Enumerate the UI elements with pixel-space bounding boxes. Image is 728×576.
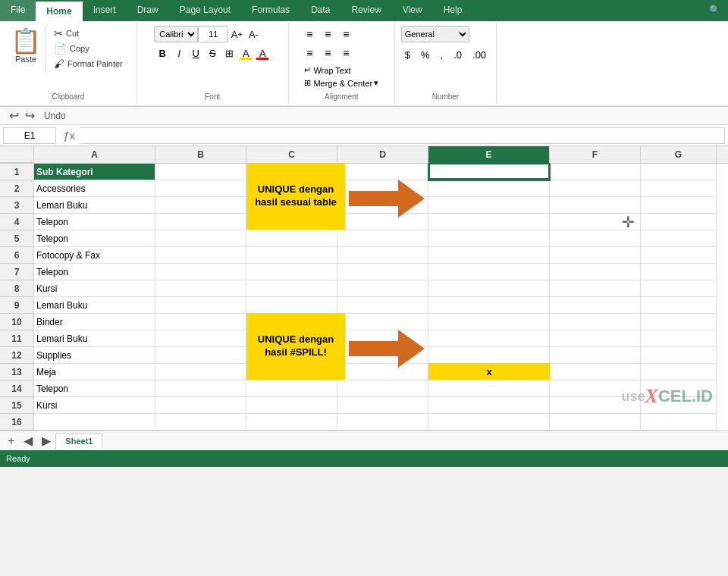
font-shrink-button[interactable]: A- xyxy=(245,26,262,42)
cell-g11[interactable] xyxy=(641,330,717,347)
cell-g9[interactable] xyxy=(641,297,717,314)
tab-view[interactable]: View xyxy=(392,0,433,21)
cell-a7[interactable]: Telepon xyxy=(34,264,155,280)
col-header-a[interactable]: A xyxy=(34,146,155,163)
cell-g5[interactable] xyxy=(641,230,717,247)
cell-e15[interactable] xyxy=(428,397,550,414)
x-cell-overlay[interactable]: x xyxy=(428,363,550,380)
cell-e5[interactable] xyxy=(428,230,550,247)
cell-a6[interactable]: Fotocopy & Fax xyxy=(34,247,155,264)
row-header-14[interactable]: 14 xyxy=(0,380,34,397)
tab-draw[interactable]: Draw xyxy=(127,0,169,21)
cell-b4[interactable] xyxy=(155,214,246,230)
cell-f2[interactable] xyxy=(550,180,641,197)
merge-dropdown-icon[interactable]: ▾ xyxy=(374,78,378,88)
cell-b7[interactable] xyxy=(155,264,246,280)
align-bottom-center-button[interactable]: ≡ xyxy=(319,45,336,61)
paste-button[interactable]: 📋 Paste xyxy=(6,26,46,71)
cell-f6[interactable] xyxy=(550,247,641,264)
cell-b9[interactable] xyxy=(155,297,246,314)
cell-d10[interactable] xyxy=(337,314,428,330)
wrap-text-button[interactable]: ↵ Wrap Text xyxy=(301,64,353,77)
cell-b10[interactable] xyxy=(155,314,246,330)
row-header-4[interactable]: 4 xyxy=(0,214,34,230)
cell-c5[interactable] xyxy=(246,230,337,247)
cell-b5[interactable] xyxy=(155,230,246,247)
col-header-c[interactable]: C xyxy=(246,146,337,163)
row-header-9[interactable]: 9 xyxy=(0,297,34,314)
dollar-button[interactable]: $ xyxy=(401,48,414,62)
col-header-b[interactable]: B xyxy=(155,146,246,163)
cell-c15[interactable] xyxy=(246,397,337,414)
fill-color-button[interactable]: A xyxy=(237,45,254,61)
cell-f10[interactable] xyxy=(550,314,641,330)
copy-button[interactable]: 📄 Copy xyxy=(49,41,127,56)
row-header-6[interactable]: 6 xyxy=(0,247,34,264)
tab-review[interactable]: Review xyxy=(340,0,391,21)
cell-g13[interactable] xyxy=(641,364,717,380)
number-format-select[interactable]: General xyxy=(401,26,469,42)
cell-a5[interactable]: Telepon xyxy=(34,230,155,247)
cell-a8[interactable]: Kursi xyxy=(34,280,155,297)
cell-e8[interactable] xyxy=(428,280,550,297)
cell-g4[interactable] xyxy=(641,214,717,230)
row-header-13[interactable]: 13 xyxy=(0,364,34,380)
cell-f13[interactable] xyxy=(550,364,641,380)
cell-d16[interactable] xyxy=(337,414,428,430)
cell-a14[interactable]: Telepon xyxy=(34,380,155,397)
tab-formulas[interactable]: Formulas xyxy=(241,0,300,21)
underline-button[interactable]: U xyxy=(187,45,204,61)
cell-b15[interactable] xyxy=(155,397,246,414)
cell-f16[interactable] xyxy=(550,414,641,430)
cell-b12[interactable] xyxy=(155,347,246,364)
cell-e10[interactable] xyxy=(428,314,550,330)
add-sheet-button[interactable]: + xyxy=(3,434,19,448)
row-header-15[interactable]: 15 xyxy=(0,397,34,414)
tab-help[interactable]: Help xyxy=(433,0,473,21)
bold-button[interactable]: B xyxy=(154,45,171,61)
cell-d6[interactable] xyxy=(337,247,428,264)
border-button[interactable]: ⊞ xyxy=(221,45,237,61)
row-header-3[interactable]: 3 xyxy=(0,197,34,214)
cell-f3[interactable] xyxy=(550,197,641,214)
cell-c9[interactable] xyxy=(246,297,337,314)
row-header-16[interactable]: 16 xyxy=(0,414,34,430)
sheet-tab-1[interactable]: Sheet1 xyxy=(55,433,102,449)
row-header-5[interactable]: 5 xyxy=(0,230,34,247)
cell-c16[interactable] xyxy=(246,414,337,430)
cell-f15[interactable] xyxy=(550,397,641,414)
cell-g1[interactable] xyxy=(641,164,717,180)
row-header-10[interactable]: 10 xyxy=(0,314,34,330)
cell-a11[interactable]: Lemari Buku xyxy=(34,330,155,347)
decrease-decimal-button[interactable]: .0 xyxy=(450,48,466,62)
cell-e2[interactable] xyxy=(428,180,550,197)
cell-e1[interactable] xyxy=(428,164,550,180)
col-header-e[interactable]: E xyxy=(428,146,550,163)
font-color-button[interactable]: A xyxy=(254,45,271,61)
align-top-center-button[interactable]: ≡ xyxy=(319,26,336,42)
cell-g7[interactable] xyxy=(641,264,717,280)
cell-g6[interactable] xyxy=(641,247,717,264)
cell-a10[interactable]: Binder xyxy=(34,314,155,330)
col-header-f[interactable]: F xyxy=(550,146,641,163)
cell-f5[interactable] xyxy=(550,230,641,247)
cell-a12[interactable]: Supplies xyxy=(34,347,155,364)
cell-g12[interactable] xyxy=(641,347,717,364)
row-header-7[interactable]: 7 xyxy=(0,264,34,280)
cell-b1[interactable] xyxy=(155,164,246,180)
cell-g3[interactable] xyxy=(641,197,717,214)
undo-button[interactable]: ↩ xyxy=(6,108,22,123)
strikethrough-button[interactable]: S xyxy=(204,45,221,61)
font-grow-button[interactable]: A+ xyxy=(228,26,245,42)
cell-g14[interactable] xyxy=(641,380,717,397)
cell-d9[interactable] xyxy=(337,297,428,314)
cell-e7[interactable] xyxy=(428,264,550,280)
row-header-8[interactable]: 8 xyxy=(0,280,34,297)
cell-a9[interactable]: Lemari Buku xyxy=(34,297,155,314)
tab-file[interactable]: File xyxy=(0,0,36,21)
cell-c6[interactable] xyxy=(246,247,337,264)
align-top-right-button[interactable]: ≡ xyxy=(337,26,354,42)
cell-g8[interactable] xyxy=(641,280,717,297)
cell-b16[interactable] xyxy=(155,414,246,430)
cell-f8[interactable] xyxy=(550,280,641,297)
